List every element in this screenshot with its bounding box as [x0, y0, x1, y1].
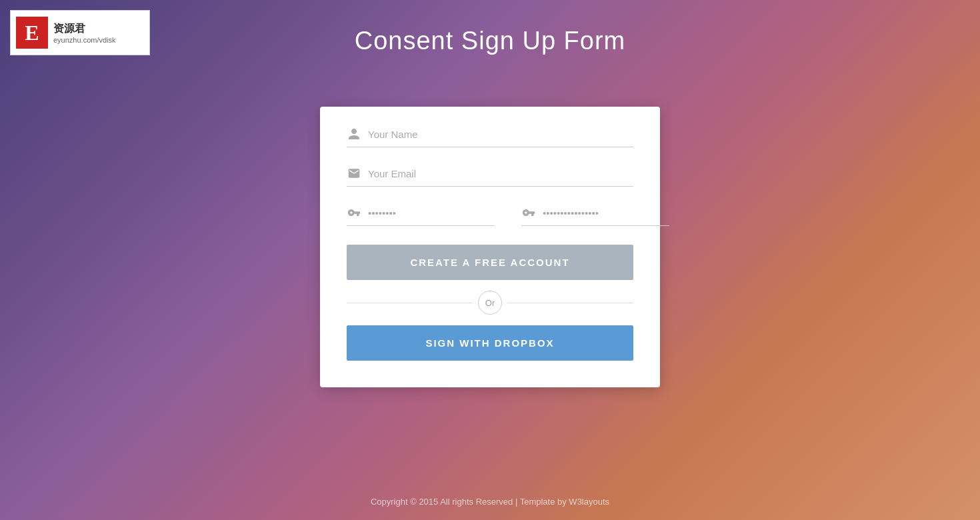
- user-icon: [347, 127, 361, 141]
- or-divider: Or: [347, 291, 633, 315]
- footer: Copyright © 2015 All rights Reserved | T…: [0, 497, 980, 507]
- password-field: [347, 205, 495, 226]
- or-line-right: [507, 303, 633, 303]
- logo-title: 资源君: [53, 22, 116, 36]
- logo-text-group: 资源君 eyunzhu.com/vdisk: [53, 22, 116, 44]
- name-input[interactable]: [368, 129, 633, 140]
- key-icon-right: [521, 205, 536, 220]
- email-icon: [347, 166, 361, 181]
- logo-icon: E: [16, 17, 48, 49]
- name-field-row: [347, 127, 633, 147]
- create-account-button[interactable]: CREATE A FREE ACCOUNT: [347, 245, 633, 280]
- email-input[interactable]: [368, 168, 633, 179]
- logo-subtitle: eyunzhu.com/vdisk: [53, 36, 116, 44]
- password-row: [347, 205, 633, 226]
- password-input[interactable]: [368, 207, 495, 219]
- confirm-password-field: [521, 205, 669, 226]
- dropbox-button[interactable]: SIGN WITH DROPBOX: [347, 325, 633, 361]
- form-card: CREATE A FREE ACCOUNT Or SIGN WITH DROPB…: [320, 107, 660, 387]
- footer-text: Copyright © 2015 All rights Reserved | T…: [371, 497, 609, 507]
- key-icon-left: [347, 205, 361, 220]
- email-field-row: [347, 166, 633, 187]
- or-circle: Or: [478, 291, 502, 315]
- logo: E 资源君 eyunzhu.com/vdisk: [10, 10, 150, 55]
- or-line-left: [347, 303, 473, 303]
- confirm-password-input[interactable]: [543, 207, 669, 219]
